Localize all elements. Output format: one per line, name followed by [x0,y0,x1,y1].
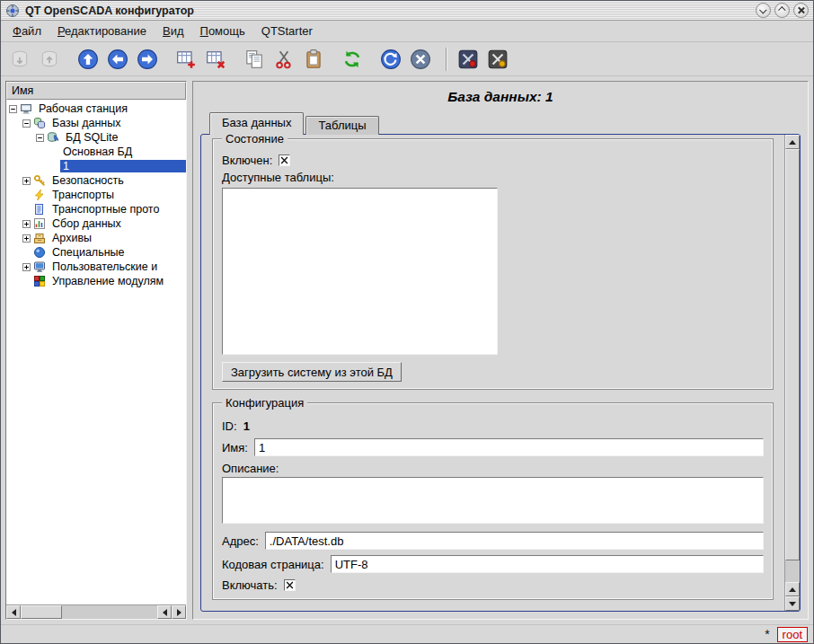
tree-column-header[interactable]: Имя [6,82,186,100]
tables-listbox[interactable] [222,188,498,355]
titlebar[interactable]: QT OpenSCADA конфигуратор [1,1,813,21]
qtstarter-vision-button[interactable] [484,46,511,73]
scroll-left-button[interactable] [6,605,21,619]
scroll-up-button-2[interactable] [785,582,800,596]
tree-item-workstation[interactable]: Рабочая станция [6,101,186,116]
codepage-label: Кодовая страница: [222,558,324,571]
cut-button[interactable] [270,46,297,73]
navigation-tree: Рабочая станцияБазы данныхБД SQLiteОснов… [6,100,186,604]
user-badge[interactable]: root [777,627,808,642]
stop-update-button[interactable] [407,46,434,73]
name-input[interactable] [254,438,764,456]
expand-icon[interactable] [22,234,31,243]
cut-icon [273,49,295,70]
add-item-button[interactable] [173,46,199,73]
close-button[interactable] [793,3,809,18]
scroll-right-button[interactable] [172,605,186,619]
modules-icon [33,275,47,287]
qtstarter-config-button[interactable] [455,46,482,73]
enabled-checkbox[interactable] [279,154,290,166]
workstation-icon [20,102,33,115]
tree-item-label: Архивы [49,232,94,244]
arrow-up-icon [789,140,796,145]
up-button[interactable] [75,46,102,73]
paste-button[interactable] [300,46,327,73]
shade-button[interactable] [756,3,771,18]
expand-icon[interactable] [22,220,31,228]
arrow-right-circle-icon [137,49,158,70]
ui-icon [33,260,47,273]
available-tables-label: Доступные таблицы: [222,171,334,184]
tree-item-security[interactable]: Безопасность [6,173,186,188]
collapse-icon[interactable] [36,134,44,142]
description-textarea[interactable] [222,477,764,524]
start-update-button[interactable] [377,46,404,73]
tree-item-label: Пользовательские и [49,260,160,273]
stop-circle-icon [410,49,431,70]
toolbar [1,42,813,76]
load-from-db-button[interactable] [6,46,33,73]
window-controls [756,3,809,18]
security-icon [33,174,47,187]
tree-item-archives[interactable]: Архивы [6,231,186,245]
refresh-button[interactable] [339,46,366,73]
scroll-up-button[interactable] [785,135,800,149]
tree-item-db-sqlite[interactable]: БД SQLite [6,130,186,145]
tree-item-main-db[interactable]: Основная БД [6,145,186,159]
back-button[interactable] [104,46,131,73]
tree-item-label: Рабочая станция [36,102,130,115]
collapse-icon[interactable] [22,119,31,128]
arrow-up-icon [789,587,796,592]
tree-item-label: Основная БД [60,146,135,158]
tree-item-daq[interactable]: Сбор данных [6,216,186,231]
statusbar: * root [1,624,813,643]
tree-item-special[interactable]: Специальные [6,245,186,260]
tools-red-icon [457,49,479,70]
close-icon [797,6,805,14]
id-label: ID: [222,419,237,433]
scroll-track[interactable] [785,149,800,582]
paste-icon [303,49,324,70]
scroll-down-button[interactable] [785,596,800,611]
state-group-title: Состояние [222,135,288,146]
tab-pane: Состояние Включен: Доступные таблицы: За… [200,134,801,612]
tree-item-databases[interactable]: Базы данных [6,116,186,130]
scroll-track[interactable] [21,605,157,619]
expand-icon[interactable] [22,177,31,185]
arrow-down-icon [789,602,796,606]
tab-tables[interactable]: Таблицы [305,116,378,135]
codepage-input[interactable] [331,555,764,573]
tree-item-module-management[interactable]: Управление модулям [6,274,186,288]
menu-edit[interactable]: Редактирование [49,22,155,40]
tree-item-transports[interactable]: Транспорты [6,188,186,202]
delete-item-button[interactable] [202,46,229,73]
tree-item-db-1[interactable]: 1 [6,159,186,173]
copy-button[interactable] [241,46,268,73]
address-input[interactable] [265,532,764,550]
tab-db[interactable]: База данных [209,112,304,135]
special-icon [33,246,47,259]
load-system-button[interactable]: Загрузить систему из этой БД [222,362,402,382]
arrow-up-circle-icon [77,49,99,70]
forward-button[interactable] [134,46,161,73]
menu-qtstarter[interactable]: QTStarter [253,22,321,40]
menu-help[interactable]: Помощь [192,22,253,40]
config-group-title: Конфигурация [222,396,307,410]
tree-item-user-interfaces[interactable]: Пользовательские и [6,260,186,274]
tree-item-label: 1 [60,160,186,172]
menu-view[interactable]: Вид [155,22,192,40]
tree-item-transport-protocols[interactable]: Транспортные прото [6,202,186,216]
window-title: QT OpenSCADA конфигуратор [25,4,194,17]
scroll-left-button-2[interactable] [157,605,172,619]
expand-icon[interactable] [22,263,31,271]
tree-horizontal-scrollbar [6,604,186,619]
maximize-button[interactable] [774,3,790,18]
collapse-icon[interactable] [9,105,17,113]
enable-label: Включать: [222,578,278,592]
menu-file[interactable]: Файл [4,22,49,40]
scroll-thumb[interactable] [21,605,62,619]
save-to-db-button[interactable] [36,46,63,73]
scroll-thumb[interactable] [785,149,800,560]
transport-icon [33,189,47,201]
enable-checkbox[interactable] [284,579,296,591]
